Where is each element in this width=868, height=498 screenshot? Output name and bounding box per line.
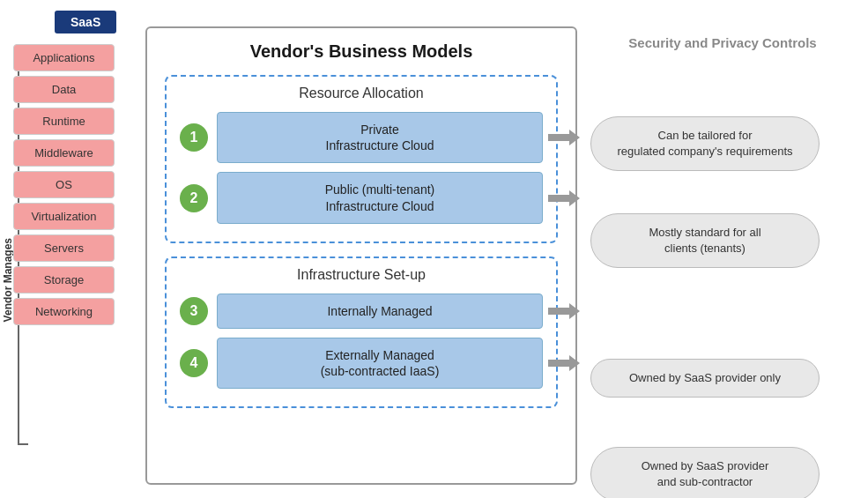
- main-title: Vendor's Business Models: [165, 41, 558, 62]
- saas-badge: SaaS: [55, 11, 116, 33]
- main-area: Vendor's Business Models Resource Alloca…: [145, 26, 577, 485]
- section-infrastructure-setup: Infrastructure Set-up 3 Internally Manag…: [165, 256, 558, 409]
- svg-marker-1: [548, 190, 580, 206]
- arrow-4: [548, 353, 580, 374]
- row-2: 2 Public (multi-tenant)Infrastructure Cl…: [180, 172, 543, 223]
- sidebar-item-data: Data: [13, 76, 115, 103]
- sidebar-item-virtualization: Virtualization: [13, 203, 115, 230]
- row-3: 3 Internally Managed: [180, 294, 543, 329]
- sidebar-item-servers: Servers: [13, 234, 115, 262]
- section-resource-allocation: Resource Allocation 1 PrivateInfrastruct…: [165, 75, 558, 243]
- row3-label: Internally Managed: [217, 294, 543, 329]
- number-1: 1: [180, 123, 208, 152]
- sidebar-item-applications: Applications: [13, 44, 115, 71]
- oval-4: Owned by SaaS providerand sub-contractor: [590, 447, 820, 498]
- number-3: 3: [180, 297, 208, 325]
- svg-marker-3: [548, 355, 580, 371]
- svg-marker-0: [548, 130, 580, 145]
- number-2: 2: [180, 184, 208, 212]
- sidebar-item-os: OS: [13, 171, 115, 198]
- sidebar: Applications Data Runtime Middleware OS …: [13, 44, 115, 325]
- section1-title: Resource Allocation: [180, 85, 543, 101]
- arrow-1: [548, 127, 580, 148]
- row1-label: PrivateInfrastructure Cloud: [217, 112, 543, 163]
- row-4: 4 Externally Managed(sub-contracted IaaS…: [180, 338, 543, 389]
- svg-marker-2: [548, 303, 580, 319]
- ovals-container: Can be tailored forregulated company's r…: [590, 68, 855, 498]
- number-4: 4: [180, 349, 208, 377]
- row-1: 1 PrivateInfrastructure Cloud: [180, 112, 543, 163]
- sidebar-item-runtime: Runtime: [13, 108, 115, 135]
- arrow-3: [548, 301, 580, 322]
- security-title: Security and Privacy Controls: [590, 35, 855, 50]
- oval-3: Owned by SaaS provider only: [590, 359, 820, 398]
- section2-title: Infrastructure Set-up: [180, 267, 543, 283]
- vendor-manages-label: Vendor Manages: [2, 238, 14, 322]
- arrow-2: [548, 188, 580, 209]
- row2-label: Public (multi-tenant)Infrastructure Clou…: [217, 172, 543, 223]
- oval-1: Can be tailored forregulated company's r…: [590, 116, 820, 171]
- right-section: Security and Privacy Controls Can be tai…: [590, 26, 855, 498]
- sidebar-item-middleware: Middleware: [13, 139, 115, 167]
- sidebar-item-storage: Storage: [13, 266, 115, 294]
- sidebar-item-networking: Networking: [13, 298, 115, 325]
- oval-2: Mostly standard for allclients (tenants): [590, 213, 820, 268]
- row4-label: Externally Managed(sub-contracted IaaS): [217, 338, 543, 389]
